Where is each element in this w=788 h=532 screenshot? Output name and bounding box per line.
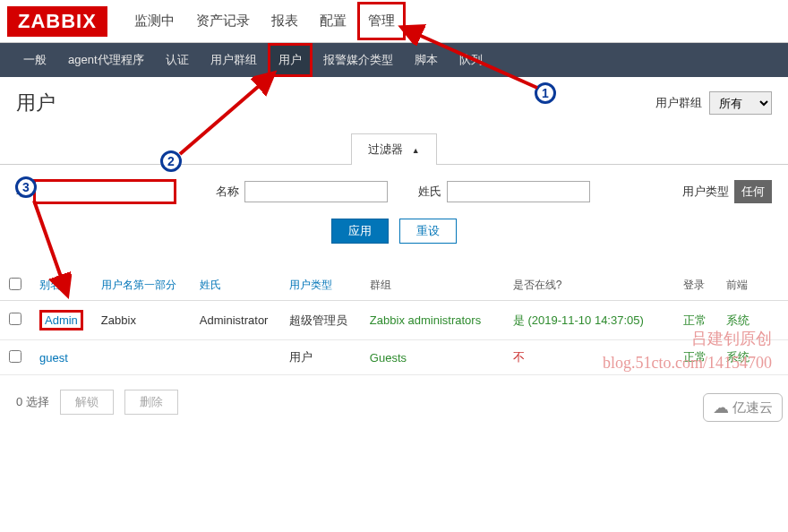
watermark-brand: ☁ 亿速云 <box>703 393 783 422</box>
filter-name-input[interactable] <box>244 181 388 202</box>
user-group-select[interactable]: 所有 <box>709 91 772 115</box>
filter-surname-input[interactable] <box>447 181 590 202</box>
watermark-author: 吕建钊原创 blog.51cto.com/14154700 <box>603 327 772 375</box>
cloud-icon: ☁ <box>713 398 729 417</box>
subnav-proxies[interactable]: agent代理程序 <box>57 43 155 77</box>
apply-button[interactable]: 应用 <box>331 219 389 244</box>
cell-type: 用户 <box>280 340 361 375</box>
filter-type-label: 用户类型 <box>682 184 729 200</box>
user-alias-link[interactable]: guest <box>39 351 68 365</box>
col-frontend: 前端 <box>717 270 788 301</box>
row-checkbox[interactable] <box>9 313 21 325</box>
selected-count: 0 选择 <box>16 394 49 410</box>
logo: ZABBIX <box>7 6 107 37</box>
svg-line-2 <box>34 201 66 292</box>
chevron-up-icon: ▲ <box>412 146 420 155</box>
subnav-mediatypes[interactable]: 报警媒介类型 <box>313 43 404 77</box>
cell-name <box>92 340 191 375</box>
svg-line-0 <box>405 29 537 88</box>
annotation-arrow-2 <box>175 68 282 158</box>
cell-login: 正常 <box>683 313 707 327</box>
delete-button[interactable]: 删除 <box>124 390 178 415</box>
cell-type: 超级管理员 <box>280 301 361 340</box>
filter-tab-row: 过滤器 ▲ <box>0 133 788 164</box>
group-link[interactable]: Guests <box>370 351 407 365</box>
select-all-checkbox[interactable] <box>9 278 21 290</box>
col-name[interactable]: 用户名第一部分 <box>92 270 191 301</box>
col-type[interactable]: 用户类型 <box>280 270 361 301</box>
watermark-line1: 吕建钊原创 <box>603 327 772 351</box>
unlock-button[interactable]: 解锁 <box>60 390 114 415</box>
cell-surname: Administrator <box>191 301 280 340</box>
cell-frontend: 系统 <box>726 313 749 327</box>
user-group-filter: 用户群组 所有 <box>655 91 772 115</box>
col-login: 登录 <box>674 270 717 301</box>
cell-surname <box>191 340 280 375</box>
filter-toggle-label: 过滤器 <box>368 142 403 156</box>
cell-name: Zabbix <box>92 301 191 340</box>
col-groups: 群组 <box>361 270 504 301</box>
row-checkbox[interactable] <box>9 350 21 363</box>
filter-toggle[interactable]: 过滤器 ▲ <box>351 133 437 165</box>
nav-monitoring[interactable]: 监测中 <box>124 2 185 40</box>
col-online: 是否在线? <box>504 270 674 301</box>
page-title: 用户 <box>16 90 56 116</box>
user-alias-link[interactable]: Admin <box>39 310 83 330</box>
cell-online: 是 (2019-11-10 14:37:05) <box>513 313 644 327</box>
filter-type-button[interactable]: 任何 <box>734 180 772 203</box>
nav-configuration[interactable]: 配置 <box>309 2 357 40</box>
footer-actions: 0 选择 解锁 删除 <box>0 375 788 429</box>
filter-name-label: 名称 <box>216 184 239 200</box>
svg-line-1 <box>180 75 271 154</box>
annotation-arrow-3 <box>27 197 81 300</box>
reset-button[interactable]: 重设 <box>399 219 457 244</box>
user-group-label: 用户群组 <box>655 95 702 111</box>
table-header-row: 别名 用户名第一部分 姓氏 用户类型 群组 是否在线? 登录 前端 <box>0 270 788 301</box>
watermark-brand-text: 亿速云 <box>732 399 773 416</box>
filter-panel: 名 名称 姓氏 用户类型 任何 应用 重设 <box>0 164 788 253</box>
annotation-badge-3: 3 <box>15 176 37 198</box>
subnav-general[interactable]: 一般 <box>13 43 57 77</box>
filter-surname-label: 姓氏 <box>418 184 441 200</box>
nav-reports[interactable]: 报表 <box>261 2 309 40</box>
cell-online: 不 <box>513 350 525 364</box>
annotation-arrow-1 <box>394 21 546 93</box>
col-surname[interactable]: 姓氏 <box>191 270 280 301</box>
group-link[interactable]: Zabbix administrators <box>370 313 481 327</box>
nav-inventory[interactable]: 资产记录 <box>185 2 261 40</box>
watermark-line2: blog.51cto.com/14154700 <box>603 351 772 375</box>
